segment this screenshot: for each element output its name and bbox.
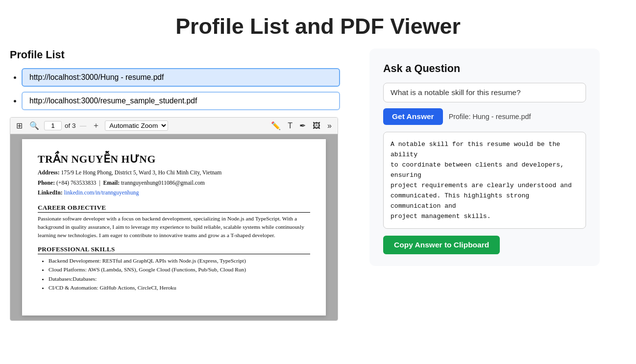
skill-item: Databases:Databases: <box>49 274 310 283</box>
skills-list: Backend Development: RESTful and GraphQL… <box>38 256 310 292</box>
zoom-select[interactable]: Automatic Zoom <box>105 121 168 131</box>
get-answer-button[interactable]: Get Answer <box>383 108 443 125</box>
page-number-input[interactable] <box>44 121 62 130</box>
linkedin-label: LinkedIn: <box>38 190 63 196</box>
image-icon[interactable]: 🖼 <box>311 121 322 131</box>
pdf-content: TRẦN NGUYỄN HƯNG Address: 175/9 Le Hong … <box>10 134 338 320</box>
career-objective-text: Passionate software developer with a foc… <box>38 215 310 240</box>
linkedin-link[interactable]: linkedin.com/in/trannguyenhung <box>64 190 139 196</box>
resume-name: TRẦN NGUYỄN HƯNG <box>38 153 310 166</box>
resume-linkedin: LinkedIn: linkedin.com/in/trannguyenhung <box>38 189 310 198</box>
skills-title: PROFESSIONAL SKILLS <box>38 245 310 254</box>
pdf-page: TRẦN NGUYỄN HƯNG Address: 175/9 Le Hong … <box>22 139 326 315</box>
answer-box: A notable skill for this resume would be… <box>383 132 586 229</box>
right-panel: Ask a Question Get Answer Profile: Hung … <box>369 49 626 266</box>
ask-box: Ask a Question Get Answer Profile: Hung … <box>369 49 600 266</box>
search-icon[interactable]: 🔍 <box>27 120 41 131</box>
ask-title: Ask a Question <box>383 62 586 75</box>
email-value: trannguyenhung011086@gmail.com <box>121 180 205 186</box>
pdf-viewer: ⊞ 🔍 of 3 — ＋ Automatic Zoom ✏️ T ✒ 🖼 » <box>10 117 338 321</box>
page-title: Profile List and PDF Viewer <box>0 0 636 49</box>
profile-list-heading: Profile List <box>10 49 358 61</box>
skill-item: CI/CD & Automation: GitHub Actions, Circ… <box>49 283 310 292</box>
toggle-sidebar-icon[interactable]: ⊞ <box>14 120 24 131</box>
list-item: http://localhost:3000/resume_sample_stud… <box>22 92 358 110</box>
divider: — <box>80 122 87 129</box>
text-tool-icon[interactable]: T <box>286 121 294 131</box>
profile-list: http://localhost:3000/Hung - resume.pdf … <box>10 68 358 110</box>
phone-label: Phone: <box>38 180 55 186</box>
question-input[interactable] <box>383 83 586 102</box>
page-total: of 3 <box>65 122 76 129</box>
profile-label: Profile: Hung - resume.pdf <box>449 113 531 121</box>
address-label: Address: <box>38 170 60 176</box>
skill-item: Cloud Platforms: AWS (Lambda, SNS), Goog… <box>49 265 310 274</box>
phone-value: (+84) 763533833 <box>56 180 96 186</box>
profile-item-1[interactable]: http://localhost:3000/Hung - resume.pdf <box>22 68 340 87</box>
address-value: 175/9 Le Hong Phong, District 5, Ward 3,… <box>61 170 221 176</box>
pdf-toolbar: ⊞ 🔍 of 3 — ＋ Automatic Zoom ✏️ T ✒ 🖼 » <box>10 118 338 134</box>
email-label: Email: <box>103 180 120 186</box>
more-icon[interactable]: » <box>325 121 334 131</box>
annotate-icon[interactable]: ✏️ <box>269 120 283 131</box>
left-panel: Profile List http://localhost:3000/Hung … <box>10 49 358 321</box>
draw-icon[interactable]: ✒ <box>297 120 308 131</box>
profile-item-2[interactable]: http://localhost:3000/resume_sample_stud… <box>22 92 340 110</box>
copy-answer-button[interactable]: Copy Answer to Clipboard <box>383 236 500 254</box>
list-item: http://localhost:3000/Hung - resume.pdf <box>22 68 358 87</box>
zoom-out-icon[interactable]: ＋ <box>90 120 102 132</box>
career-objective-title: CAREER OBJECTIVE <box>38 204 310 213</box>
skill-item: Backend Development: RESTful and GraphQL… <box>49 256 310 265</box>
resume-phone-email: Phone: (+84) 763533833 | Email: trannguy… <box>38 179 310 188</box>
resume-address: Address: 175/9 Le Hong Phong, District 5… <box>38 169 310 178</box>
ask-action-row: Get Answer Profile: Hung - resume.pdf <box>383 108 586 125</box>
